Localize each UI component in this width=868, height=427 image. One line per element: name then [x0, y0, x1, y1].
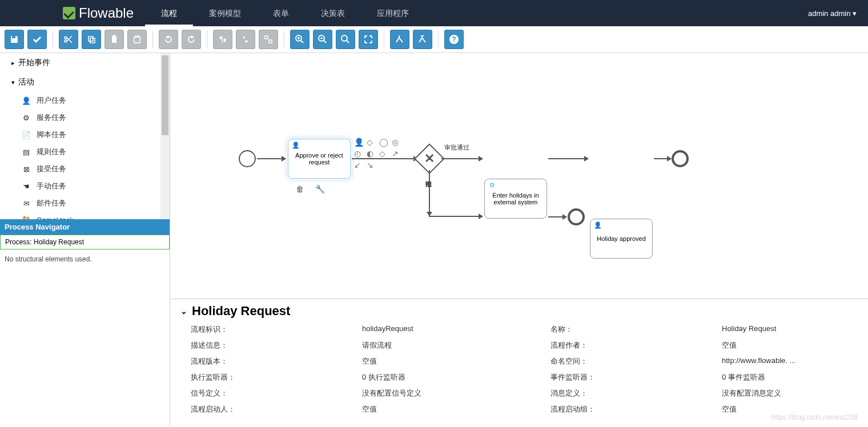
zoom-reset-icon: [340, 34, 351, 45]
palette-item[interactable]: ☚手动任务: [0, 178, 170, 195]
sequence-flow[interactable]: [441, 158, 483, 159]
zoom-reset-button[interactable]: [336, 30, 355, 49]
copy-icon: [86, 34, 97, 45]
service-task-enter[interactable]: ⚙ Enter holidays in external system: [484, 179, 547, 219]
sequence-flow[interactable]: [257, 158, 286, 159]
property-value[interactable]: Holiday Request: [722, 324, 858, 335]
brand-logo: Flowable: [0, 5, 145, 21]
svg-text:?: ?: [452, 35, 456, 43]
property-value[interactable]: 请假流程: [362, 340, 550, 351]
selection-tools: 🗑 🔧: [296, 184, 325, 194]
quick-data-icon[interactable]: ◇: [379, 149, 389, 158]
end-event[interactable]: [568, 208, 585, 225]
sequence-flow[interactable]: [352, 158, 417, 159]
bendpoint-remove-icon: [417, 34, 428, 45]
delete-tool-icon[interactable]: 🗑: [296, 184, 304, 194]
bpmn-canvas[interactable]: 👤 Approve or reject request 👤 ◇ ◯ ◎ ◴ ◐ …: [170, 53, 868, 299]
palette-item-label: 脚本任务: [37, 130, 66, 140]
property-key: 流程启动人：: [191, 404, 362, 414]
property-value[interactable]: 没有配置信号定义: [362, 388, 550, 398]
redo-icon: [186, 34, 196, 45]
mail-icon: ✉: [22, 199, 31, 208]
quick-link-icon[interactable]: ↘: [367, 160, 377, 170]
end-event[interactable]: [672, 150, 689, 167]
property-value[interactable]: 空值: [362, 404, 550, 414]
flow-label-approve[interactable]: 审批通过: [444, 143, 469, 152]
toolbar-separator: [53, 31, 53, 48]
quick-arrow-icon[interactable]: ↗: [392, 149, 402, 158]
user-task-approved[interactable]: 👤 Holiday approved: [590, 219, 653, 259]
property-value[interactable]: 空值: [362, 356, 550, 366]
process-navigator-header[interactable]: Process Navigator: [0, 219, 170, 235]
sequence-flow[interactable]: [548, 216, 566, 217]
cut-button[interactable]: [59, 30, 78, 49]
palette-item[interactable]: 🐫Camel task: [0, 212, 170, 219]
wrench-tool-icon[interactable]: 🔧: [315, 184, 325, 194]
sequence-flow[interactable]: [654, 158, 671, 159]
quick-user-icon[interactable]: 👤: [354, 138, 364, 147]
shape-palette: ▸开始事件▾活动👤用户任务⚙服务任务📄脚本任务▤规则任务⊠接受任务☚手动任务✉邮…: [0, 53, 170, 219]
property-value[interactable]: 0 执行监听器: [362, 372, 550, 382]
palette-item[interactable]: ⚙服务任务: [0, 109, 170, 126]
nav-item-1[interactable]: 案例模型: [193, 0, 257, 26]
nav-item-4[interactable]: 应用程序: [361, 0, 425, 26]
zoom-fit-button[interactable]: [359, 30, 378, 49]
manual-icon: ☚: [22, 182, 31, 191]
bendpoint-add-button[interactable]: [390, 30, 409, 49]
zoom-in-button[interactable]: [290, 30, 310, 49]
scrollbar-thumb[interactable]: [162, 55, 168, 135]
nav-item-2[interactable]: 表单: [257, 0, 305, 26]
property-key: 消息定义：: [550, 388, 722, 398]
sequence-flow[interactable]: [429, 216, 483, 217]
same-size-icon: [263, 34, 274, 45]
validate-button[interactable]: [27, 30, 47, 49]
same-size-button: [259, 30, 278, 49]
help-button[interactable]: ?: [444, 30, 464, 49]
property-value[interactable]: 没有配置消息定义: [722, 388, 858, 398]
process-navigator-process[interactable]: Process: Holiday Request: [0, 235, 170, 249]
palette-item[interactable]: 👤用户任务: [0, 92, 170, 109]
chevron-down-icon: ▾: [853, 9, 857, 18]
scrollbar[interactable]: [160, 53, 170, 219]
sequence-flow[interactable]: [429, 170, 430, 216]
start-event[interactable]: [239, 150, 256, 167]
properties-title-text: Holiday Request: [192, 304, 290, 319]
save-button[interactable]: [5, 30, 24, 49]
sequence-flow[interactable]: [548, 158, 588, 159]
palette-item[interactable]: ⊠接受任务: [0, 160, 170, 178]
align-h-button: [236, 30, 255, 49]
exclusive-gateway[interactable]: ✕: [414, 143, 445, 174]
align-v-icon: [218, 34, 228, 45]
quick-signal-icon[interactable]: ◐: [367, 149, 377, 158]
property-value[interactable]: holidayRequest: [362, 324, 550, 335]
property-value[interactable]: http://www.flowable. ...: [722, 356, 858, 366]
user-menu[interactable]: admin admin ▾: [808, 9, 868, 18]
palette-group[interactable]: ▸开始事件: [0, 53, 170, 72]
quick-annotation-icon[interactable]: ↙: [354, 160, 364, 170]
gateway-x-icon: ✕: [424, 151, 435, 166]
copy-button[interactable]: [82, 30, 101, 49]
property-value[interactable]: 空值: [722, 340, 858, 351]
toolbar-separator: [438, 31, 439, 48]
property-value[interactable]: 0 事件监听器: [722, 372, 858, 382]
cut-icon: [63, 34, 74, 45]
zoom-out-button[interactable]: [313, 30, 332, 49]
property-value[interactable]: 空值: [722, 404, 858, 414]
bendpoint-remove-button[interactable]: [413, 30, 432, 49]
quick-end-icon[interactable]: ◯: [379, 138, 389, 147]
toolbar-separator: [152, 31, 153, 48]
palette-item[interactable]: ▤规则任务: [0, 143, 170, 160]
quick-intermediate-icon[interactable]: ◎: [392, 138, 402, 147]
delete-icon: [132, 34, 142, 45]
palette-group[interactable]: ▾活动: [0, 72, 170, 92]
collapse-caret-icon[interactable]: ⌄: [180, 307, 187, 316]
nav-item-3[interactable]: 决策表: [305, 0, 361, 26]
palette-item[interactable]: ✉邮件任务: [0, 195, 170, 212]
nav-item-0[interactable]: 流程: [145, 0, 193, 26]
quick-timer-icon[interactable]: ◴: [354, 149, 364, 158]
gear-icon: ⚙: [488, 182, 496, 190]
user-task-approve[interactable]: 👤 Approve or reject request: [288, 139, 351, 179]
palette-item[interactable]: 📄脚本任务: [0, 126, 170, 143]
property-key: 流程作者：: [550, 340, 722, 351]
quick-gateway-icon[interactable]: ◇: [367, 138, 377, 147]
